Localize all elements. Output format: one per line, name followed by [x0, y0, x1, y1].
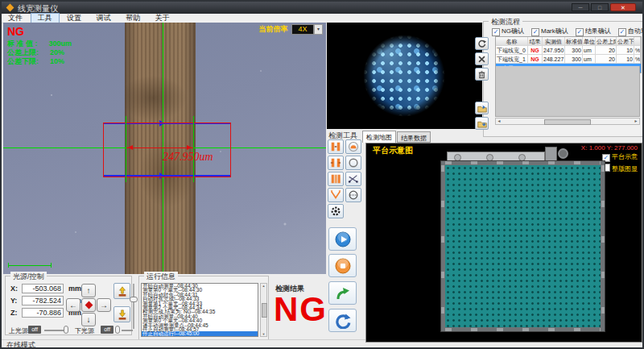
app-logo-icon [6, 4, 14, 12]
cell-unit: um [583, 46, 596, 55]
col-result: 结果 [528, 37, 543, 46]
jog-right-button[interactable]: → [97, 298, 111, 312]
focus-slider[interactable] [130, 297, 138, 302]
play-icon [335, 231, 351, 247]
top-light-slider-track [44, 330, 64, 331]
z-down-button[interactable] [114, 306, 130, 322]
board-edge-tabs [441, 165, 444, 327]
run-info-group: 运行信息 开始自动测量--08:44:30 测量第0 个单元--08:44:30… [138, 276, 269, 340]
tol-upper-value: 20% [50, 48, 64, 56]
control-group-title: 光源/控制 [10, 272, 47, 282]
x-icon [477, 55, 486, 64]
top-light-toggle[interactable]: off [28, 326, 41, 334]
tool-pitch-button[interactable] [328, 172, 344, 186]
axis-y-value[interactable]: -782.524 [22, 296, 64, 305]
measurement-value: 247.950um [163, 151, 213, 164]
stage-coordinates: X: 1.000 Y: 277.000 [581, 144, 638, 152]
scroll-thumb[interactable] [544, 119, 591, 125]
log-vscrollbar[interactable]: ▲ ▼ [260, 283, 267, 337]
run-log-list[interactable]: 开始自动测量--08:44:30 测量第0 个单元--08:44:30 开始自动… [141, 283, 258, 337]
checkbox-label: 结果确认 [585, 27, 611, 35]
tab-inspection-map[interactable]: 检测地图 [362, 131, 396, 143]
chevron-down-icon[interactable]: ▾ [314, 24, 323, 35]
minimize-button[interactable]: ─ [572, 3, 589, 11]
camera-info-overlay: 标 准 值 :300um 公差上限:20% 公差下限:10% [7, 39, 72, 65]
maximize-button[interactable]: □ [591, 3, 609, 11]
tool-linewidth-button[interactable] [328, 139, 344, 154]
log-group-title: 运行信息 [144, 272, 178, 282]
overview-panel [327, 23, 482, 129]
check-icon: ✓ [492, 28, 500, 36]
table-hscrollbar[interactable]: ◄ ► [495, 118, 640, 125]
close-button[interactable]: ✕ [610, 3, 636, 11]
axis-z-row: Z: -70.886 mm [10, 309, 18, 318]
axis-x-value[interactable]: -503.068 [22, 284, 64, 293]
start-button[interactable] [328, 227, 357, 251]
scroll-right-icon[interactable]: ► [633, 118, 639, 124]
inspection-flow-group: 检测流程 ✓NG确认 ✓Mark确认 ✓结果确认 ✓自动对焦 名称 结果 实测值… [483, 21, 643, 137]
jump-button[interactable] [328, 281, 357, 305]
platform-map-title: 平台示意图 [373, 145, 413, 156]
camera-view[interactable]: 247.950um NG 标 准 值 :300um 公差上限:20% 公差下限:… [3, 23, 326, 274]
gap-width-icon [330, 157, 341, 168]
cell-unit: um [583, 55, 596, 64]
checkbox-platform-view[interactable]: ✓ 平台示意 [602, 152, 638, 162]
menu-file[interactable]: 文件 [2, 14, 29, 23]
menu-tools[interactable]: 工具 [31, 14, 59, 23]
save-image-button[interactable] [475, 102, 489, 114]
clear-list-button[interactable] [475, 68, 489, 81]
scroll-left-icon[interactable]: ◄ [496, 118, 502, 124]
jog-up-button[interactable]: ↑ [81, 284, 96, 297]
table-row[interactable]: 下端线宽_1 NG 248.227 300 um 20 10 % [496, 55, 641, 64]
tool-dashed-circle-button[interactable] [345, 188, 361, 202]
delete-button[interactable] [475, 52, 489, 65]
axis-z-value[interactable]: -70.886 [22, 308, 64, 318]
tool-grid [328, 139, 363, 218]
camera-head [545, 147, 557, 162]
flow-checkboxes: ✓NG确认 ✓Mark确认 ✓结果确认 ✓自动对焦 [492, 27, 644, 36]
jog-down-button[interactable]: ↓ [81, 313, 96, 326]
stop-button[interactable] [328, 254, 357, 277]
jog-left-button[interactable]: ← [66, 298, 80, 312]
tool-circle-button[interactable] [345, 156, 361, 170]
camera-result-badge: NG [7, 25, 24, 38]
checkbox-autofocus[interactable]: ✓自动对焦 [618, 27, 644, 36]
checkbox-ng-confirm[interactable]: ✓NG确认 [492, 27, 524, 36]
camera-lens-icon [558, 148, 568, 159]
retest-button[interactable] [475, 37, 489, 50]
table-row[interactable]: 下端线宽_0 NG 247.950 300 um 20 10 % [496, 46, 641, 55]
menu-settings[interactable]: 设置 [60, 14, 88, 23]
tool-arc-button[interactable] [345, 139, 361, 154]
menu-debug[interactable]: 调试 [90, 14, 118, 23]
checkbox-full-panel-view[interactable]: 整版图显 [602, 164, 638, 173]
magnification-select[interactable]: 4X [291, 24, 314, 35]
measure-roi-rect[interactable] [103, 123, 231, 177]
table-actions [475, 37, 489, 132]
open-folder-button[interactable] [475, 117, 489, 130]
light-sources-row: 上光源 off 下光源 off [9, 326, 131, 334]
tool-settings-button[interactable] [328, 204, 344, 218]
bottom-light-toggle[interactable]: off [101, 326, 114, 334]
menu-about[interactable]: 关于 [149, 14, 176, 23]
jog-home-button[interactable] [81, 298, 96, 312]
bottom-light-slider[interactable] [115, 326, 120, 334]
microscope-view[interactable] [352, 23, 456, 128]
checkbox-mark-confirm[interactable]: ✓Mark确认 [531, 27, 568, 36]
tool-corner-button[interactable] [328, 188, 344, 202]
menu-help[interactable]: 帮助 [119, 14, 147, 23]
standard-label: 标 准 值 : [7, 39, 38, 48]
tool-angle-button[interactable] [345, 172, 361, 186]
pcb-board-map[interactable] [441, 161, 605, 331]
checkbox-result-confirm[interactable]: ✓结果确认 [576, 27, 611, 36]
scroll-thumb[interactable] [262, 303, 267, 318]
col-tol-upper: 公差上限 [596, 37, 617, 46]
top-light-slider[interactable] [64, 326, 68, 334]
tool-gap-button[interactable] [328, 156, 344, 170]
reset-button[interactable] [328, 309, 357, 332]
log-line-selected[interactable]: 停止自动运行!--08:45:00 [142, 331, 258, 335]
table-header-row: 名称 结果 实测值 标准值 单位 公差上限 公差下限 [496, 37, 641, 46]
scroll-down-icon[interactable]: ▼ [261, 332, 266, 336]
scroll-up-icon[interactable]: ▲ [261, 284, 266, 288]
z-up-button[interactable] [114, 283, 130, 299]
tab-result-data[interactable]: 结果数据 [397, 131, 431, 143]
